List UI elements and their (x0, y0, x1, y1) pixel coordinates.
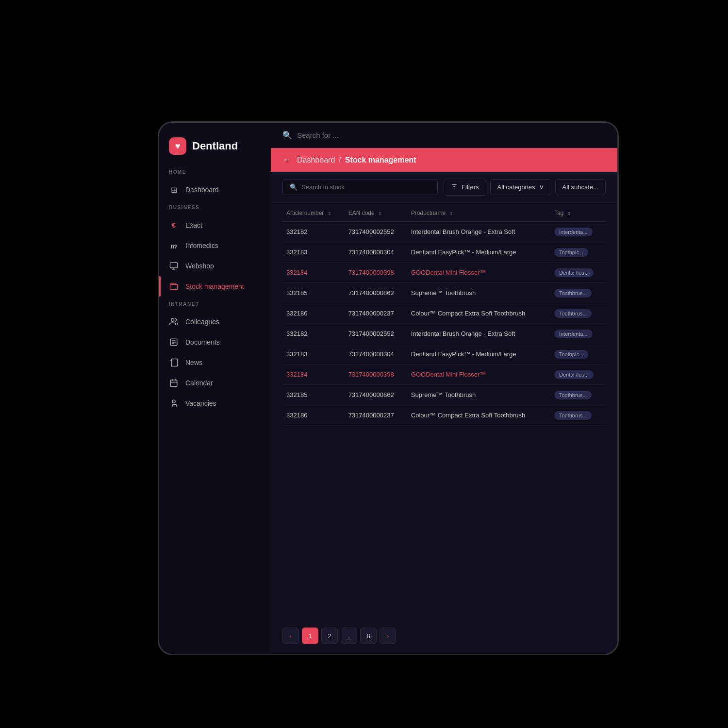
tag-badge: Dental flos... (554, 268, 594, 277)
cell-tag: Toothpic... (550, 242, 606, 263)
table-row[interactable]: 3321857317400000862Supreme™ ToothbrushTo… (282, 385, 606, 405)
table-row[interactable]: 3321827317400002552Interdental Brush Ora… (282, 324, 606, 344)
svg-point-2 (171, 318, 174, 321)
table-row[interactable]: 3321847317400000398GOODental Mini Flosse… (282, 364, 606, 385)
sidebar-item-news[interactable]: News (159, 352, 271, 373)
cell-ean: 7317400000237 (345, 405, 407, 426)
cell-ean: 7317400000304 (345, 242, 407, 263)
cell-article: 332184 (282, 263, 345, 283)
tag-badge: Toothbrus... (554, 411, 592, 420)
sidebar-item-webshop[interactable]: Webshop (159, 256, 271, 276)
col-tag[interactable]: Tag ⇕ (550, 203, 606, 222)
cell-tag: Interdenta... (550, 222, 606, 242)
table-row[interactable]: 3321867317400000237Colour™ Compact Extra… (282, 303, 606, 324)
cell-ean: 7317400000398 (345, 263, 407, 283)
col-product[interactable]: Productname ⇕ (407, 203, 550, 222)
svg-rect-0 (170, 263, 178, 268)
table-row[interactable]: 3321837317400000304Dentland EasyPick™ - … (282, 242, 606, 263)
breadcrumb-parent: Dashboard (297, 156, 335, 165)
cell-tag: Toothbrus... (550, 385, 606, 405)
svg-rect-1 (170, 284, 178, 290)
tag-badge: Toothbrus... (554, 309, 592, 318)
table-row[interactable]: 3321837317400000304Dentland EasyPick™ - … (282, 344, 606, 364)
sidebar-item-documents[interactable]: Documents (159, 332, 271, 352)
col-ean[interactable]: EAN code ⇕ (345, 203, 407, 222)
svg-rect-4 (170, 380, 177, 387)
page-2-button[interactable]: 2 (321, 628, 338, 644)
sidebar-item-dashboard-label: Dashboard (185, 186, 219, 194)
subcategories-label: All subcate... (563, 183, 598, 191)
breadcrumb-separator: / (339, 156, 341, 165)
stock-search-input[interactable] (301, 183, 430, 191)
cell-ean: 7317400000862 (345, 385, 407, 405)
tag-badge: Toothpic... (554, 350, 588, 359)
breadcrumb-bar: ← Dashboard / Stock management (271, 148, 617, 172)
page-8-button[interactable]: 8 (360, 628, 377, 644)
sidebar-item-stock-management[interactable]: Stock management (159, 276, 271, 297)
top-search-bar: 🔍 (271, 123, 617, 148)
tag-badge: Toothbrus... (554, 289, 592, 298)
sidebar-item-vacancies-label: Vacancies (185, 399, 216, 407)
table-header-row: Article number ⇕ EAN code ⇕ Productname … (282, 203, 606, 222)
sidebar-item-calendar[interactable]: Calendar (159, 373, 271, 393)
back-button[interactable]: ← (282, 155, 291, 165)
sidebar-item-webshop-label: Webshop (185, 262, 214, 270)
brand-name: Dentland (192, 140, 238, 152)
categories-chevron-icon: ∨ (539, 183, 544, 191)
device-frame: ♥ Dentland HOME ⊞ Dashboard BUSINESS € E… (158, 121, 619, 655)
cell-article: 332184 (282, 364, 345, 385)
categories-button[interactable]: All categories ∨ (490, 179, 551, 195)
stock-search[interactable]: 🔍 (282, 179, 438, 195)
tag-badge: Toothbrus... (554, 391, 592, 399)
table-row[interactable]: 3321867317400000237Colour™ Compact Extra… (282, 405, 606, 426)
cell-article: 332186 (282, 405, 345, 426)
table-row[interactable]: 3321847317400000398GOODental Mini Flosse… (282, 263, 606, 283)
product-sort-icon: ⇕ (449, 211, 453, 216)
sidebar-item-calendar-label: Calendar (185, 379, 213, 387)
cell-product: Dentland EasyPick™ - Medium/Large (407, 344, 550, 364)
search-icon: 🔍 (282, 131, 292, 140)
cell-article: 332185 (282, 283, 345, 303)
cell-ean: 7317400000304 (345, 344, 407, 364)
table-row[interactable]: 3321827317400002552Interdental Brush Ora… (282, 222, 606, 242)
sidebar-item-vacancies[interactable]: Vacancies (159, 393, 271, 414)
sidebar: ♥ Dentland HOME ⊞ Dashboard BUSINESS € E… (159, 123, 271, 654)
colleagues-icon (169, 317, 179, 327)
cell-ean: 7317400000398 (345, 364, 407, 385)
cell-article: 332182 (282, 222, 345, 242)
cell-tag: Toothbrus... (550, 303, 606, 324)
webshop-icon (169, 261, 179, 271)
tag-badge: Toothpic... (554, 248, 588, 257)
cell-product: Dentland EasyPick™ - Medium/Large (407, 242, 550, 263)
cell-product: Colour™ Compact Extra Soft Toothbrush (407, 405, 550, 426)
prev-page-button[interactable]: ‹ (282, 628, 299, 644)
sidebar-item-documents-label: Documents (185, 338, 220, 346)
main-content: 🔍 ← Dashboard / Stock management 🔍 F (271, 123, 617, 654)
subcategories-button[interactable]: All subcate... (555, 179, 606, 195)
cell-article: 332185 (282, 385, 345, 405)
categories-label: All categories (497, 183, 535, 191)
sidebar-item-dashboard[interactable]: ⊞ Dashboard (159, 180, 271, 200)
nav-business-label: BUSINESS (159, 205, 271, 215)
cell-ean: 7317400002552 (345, 324, 407, 344)
sidebar-item-infomedics[interactable]: m Infomedics (159, 235, 271, 256)
sidebar-item-exact[interactable]: € Exact (159, 215, 271, 235)
table-row[interactable]: 3321857317400000862Supreme™ ToothbrushTo… (282, 283, 606, 303)
next-page-button[interactable]: › (380, 628, 396, 644)
filters-icon (451, 183, 458, 191)
cell-tag: Dental flos... (550, 263, 606, 283)
nav-business-section: BUSINESS € Exact m Infomedics Webshop (159, 205, 271, 297)
sidebar-item-colleagues[interactable]: Colleagues (159, 312, 271, 332)
page-1-button[interactable]: 1 (302, 628, 318, 644)
sidebar-item-colleagues-label: Colleagues (185, 318, 219, 326)
filters-button[interactable]: Filters (444, 179, 486, 196)
cell-tag: Toothbrus... (550, 283, 606, 303)
col-article[interactable]: Article number ⇕ (282, 203, 345, 222)
sidebar-item-stock-management-label: Stock management (185, 282, 244, 290)
search-input[interactable] (297, 131, 606, 139)
nav-intranet-label: INTRANET (159, 301, 271, 312)
dashboard-icon: ⊞ (169, 185, 179, 195)
cell-tag: Dental flos... (550, 364, 606, 385)
logo-area: ♥ Dentland (159, 137, 271, 169)
breadcrumb-current: Stock management (345, 156, 416, 165)
